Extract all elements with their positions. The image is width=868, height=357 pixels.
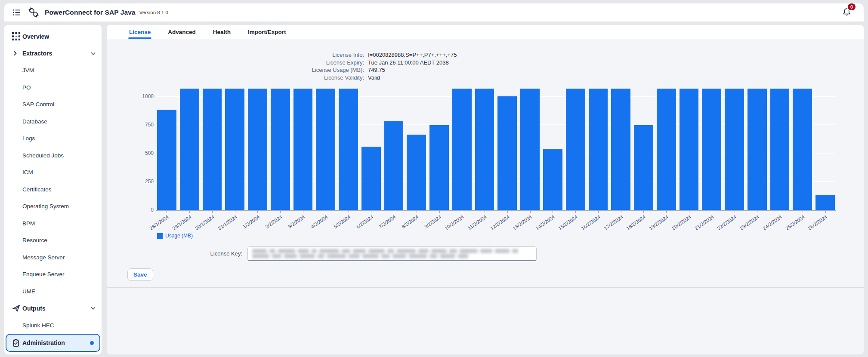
x-axis-tick [257, 211, 258, 213]
x-axis-tick [189, 211, 190, 213]
license-key-row: License Key: [107, 246, 864, 261]
sidebar-item-splunk-hec[interactable]: Splunk HEC [4, 317, 102, 334]
tab-license[interactable]: License [129, 25, 151, 39]
x-axis-tick [621, 211, 621, 213]
x-axis-tick-label: 7/2/2024 [378, 214, 397, 230]
license-field-value: I=0020828988,S=P++,P7+,+++,+75 [368, 51, 457, 59]
bar-13-2-2024: 13/2/2024 [520, 88, 540, 210]
sidebar-item-extractors[interactable]: Extractors [4, 45, 102, 62]
usage-bar-chart: 0250500750100028/1/202429/1/202430/1/202… [157, 88, 835, 210]
tab-health[interactable]: Health [213, 25, 231, 39]
x-axis-tick-label: 25/2/2024 [785, 214, 806, 231]
bar [225, 89, 244, 210]
bar [293, 89, 313, 210]
sidebar-item-ume[interactable]: UME [4, 283, 102, 300]
bar [748, 89, 767, 210]
sidebar-item-label: PO [22, 84, 31, 91]
app-title: PowerConnect for SAP Java [45, 9, 136, 16]
bar-5-2-2024: 5/2/2024 [339, 88, 358, 210]
bar-7-2-2024: 7/2/2024 [384, 88, 404, 210]
sidebar-item-bpm[interactable]: BPM [4, 215, 102, 232]
sidebar-item-outputs[interactable]: Outputs [4, 300, 102, 317]
x-axis-tick [825, 211, 826, 213]
x-axis-tick [553, 211, 553, 213]
x-axis-tick [439, 211, 440, 213]
x-axis-tick-label: 1/2/2024 [242, 214, 261, 230]
bar-23-2-2024: 23/2/2024 [748, 88, 767, 210]
bar [157, 110, 176, 210]
sidebar-item-message-server[interactable]: Message Server [4, 249, 102, 266]
sidebar-item-label: UME [22, 288, 35, 295]
sidebar-item-administration[interactable]: Administration [6, 334, 100, 352]
x-axis-tick-label: 12/2/2024 [489, 214, 510, 231]
bar [271, 89, 290, 210]
x-axis-tick-label: 26/2/2024 [807, 214, 828, 231]
bar-21-2-2024: 21/2/2024 [702, 88, 721, 210]
bar [203, 89, 222, 210]
x-axis-tick [757, 211, 757, 213]
sidebar-item-po[interactable]: PO [4, 79, 102, 96]
dot-indicator [90, 341, 94, 345]
bar [316, 89, 335, 210]
x-axis-tick [212, 211, 213, 213]
bar-8-2-2024: 8/2/2024 [407, 88, 426, 210]
license-field-value: Valid [368, 74, 380, 82]
menu-list-icon[interactable] [12, 9, 21, 16]
bar [702, 89, 721, 210]
x-axis-tick [485, 211, 485, 213]
x-axis-tick [417, 211, 417, 213]
sidebar-item-enqueue-server[interactable]: Enqueue Server [4, 266, 102, 283]
bar-19-2-2024: 19/2/2024 [657, 88, 676, 210]
section-divider [107, 287, 864, 288]
chevron-down-icon[interactable] [90, 305, 96, 311]
x-axis-tick [689, 211, 689, 213]
bar [680, 89, 699, 210]
sidebar-item-sap-control[interactable]: SAP Control [4, 96, 102, 113]
sidebar-item-label: Database [22, 118, 47, 125]
sidebar-item-icm[interactable]: ICM [4, 164, 102, 181]
y-axis-tick-label: 500 [133, 150, 154, 156]
bar-14-2-2024: 14/2/2024 [543, 88, 562, 210]
x-axis-tick-label: 5/2/2024 [333, 214, 352, 230]
bar [520, 89, 540, 210]
sidebar-item-resource[interactable]: Resource [4, 232, 102, 249]
bar-4-2-2024: 4/2/2024 [316, 88, 335, 210]
bar-10-2-2024: 10/2/2024 [452, 88, 472, 210]
sidebar-item-database[interactable]: Database [4, 113, 102, 130]
bar-29-1-2024: 29/1/2024 [180, 88, 199, 210]
x-axis-tick [643, 211, 644, 213]
tab-import-export[interactable]: Import/Export [248, 25, 286, 39]
overview-grid-icon [12, 32, 22, 40]
sidebar-item-logs[interactable]: Logs [4, 130, 102, 147]
y-axis-tick-label: 250 [133, 178, 154, 185]
license-field-label: License Info: [107, 51, 364, 59]
bar-6-2-2024: 6/2/2024 [361, 88, 381, 210]
sidebar-item-overview[interactable]: Overview [4, 28, 102, 45]
x-axis-tick-label: 16/2/2024 [580, 214, 601, 231]
notifications-button[interactable]: 0 [843, 7, 851, 18]
clipboard-check-icon [12, 339, 22, 347]
bar [429, 125, 449, 210]
sidebar-item-certificates[interactable]: Certificates [4, 181, 102, 198]
sidebar-item-label: ICM [22, 169, 33, 175]
powerconnect-plug-logo-icon [27, 6, 40, 19]
x-axis-tick-label: 4/2/2024 [310, 214, 329, 230]
sidebar-item-label: Overview [22, 33, 49, 40]
license-key-input[interactable] [247, 246, 537, 261]
x-axis-tick [371, 211, 371, 213]
chevron-down-icon[interactable] [90, 51, 96, 56]
x-axis-tick [530, 211, 531, 213]
sidebar-item-scheduled-jobs[interactable]: Scheduled Jobs [4, 147, 102, 164]
sidebar-item-label: Logs [22, 135, 35, 142]
bar [452, 89, 472, 210]
license-field-label: License Validity: [107, 74, 364, 82]
x-axis-tick [575, 211, 576, 213]
x-axis-tick-label: 10/2/2024 [444, 214, 465, 231]
license-info-block: License Info:I=0020828988,S=P++,P7+,+++,… [107, 51, 864, 81]
sidebar-item-jvm[interactable]: JVM [4, 62, 102, 79]
save-button[interactable]: Save [127, 268, 153, 281]
sidebar-item-operating-system[interactable]: Operating System [4, 198, 102, 215]
x-axis-tick [303, 211, 303, 213]
tab-advanced[interactable]: Advanced [168, 25, 196, 39]
license-field-row: License Usage (MB):749.75 [107, 66, 864, 74]
